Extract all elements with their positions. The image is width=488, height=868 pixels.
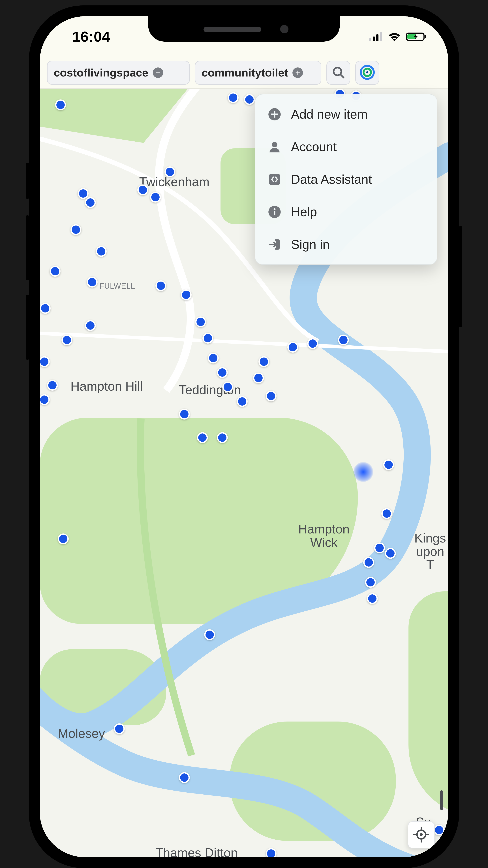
- person-icon: [268, 140, 281, 154]
- map-marker[interactable]: [179, 772, 190, 783]
- map-place-label: HamptonWick: [298, 523, 350, 549]
- map-marker[interactable]: [363, 557, 374, 568]
- map-marker[interactable]: [55, 99, 66, 110]
- svg-rect-5: [425, 35, 426, 38]
- map-marker[interactable]: [137, 184, 148, 195]
- svg-point-11: [366, 71, 368, 73]
- filter-chip-communitytoilet[interactable]: communitytoilet: [195, 61, 321, 85]
- map-marker[interactable]: [156, 280, 166, 291]
- concentric-circles-icon: [359, 65, 375, 81]
- map-marker[interactable]: [96, 246, 107, 257]
- map-marker[interactable]: [197, 432, 208, 443]
- svg-rect-2: [376, 34, 379, 41]
- chip-label: communitytoilet: [201, 66, 288, 79]
- map-marker[interactable]: [70, 224, 81, 235]
- map-place-label: FULWELL: [99, 282, 135, 290]
- search-icon: [331, 65, 346, 80]
- scale-bar: [440, 790, 443, 810]
- volume-up-button: [26, 215, 29, 280]
- svg-point-25: [273, 208, 275, 210]
- map-marker[interactable]: [253, 373, 264, 383]
- menu-item-label: Help: [291, 205, 317, 219]
- app-menu-button[interactable]: [355, 61, 379, 85]
- device-notch: [148, 16, 340, 41]
- search-button[interactable]: [326, 61, 350, 85]
- mute-switch: [26, 163, 29, 199]
- map-marker[interactable]: [374, 542, 385, 553]
- menu-item-add-new-item[interactable]: Add new item: [255, 98, 437, 130]
- svg-point-21: [272, 142, 278, 147]
- map-marker[interactable]: [434, 825, 445, 835]
- map-marker[interactable]: [204, 629, 215, 640]
- map-marker[interactable]: [40, 394, 50, 405]
- sign-in-icon: [268, 238, 281, 251]
- map-marker[interactable]: [266, 848, 276, 857]
- svg-rect-3: [380, 32, 382, 41]
- map-marker[interactable]: [228, 92, 238, 103]
- map-marker[interactable]: [50, 266, 61, 277]
- map-marker[interactable]: [40, 303, 51, 314]
- map-place-label: Hampton Hill: [70, 380, 143, 393]
- map-marker[interactable]: [150, 192, 161, 203]
- filter-chip-costoflivingspace[interactable]: costoflivingspace: [47, 61, 190, 85]
- map-marker[interactable]: [266, 391, 276, 401]
- power-button: [459, 226, 462, 327]
- plus-circle-icon: [292, 67, 303, 78]
- menu-item-data-assistant[interactable]: Data Assistant: [255, 163, 437, 196]
- map-marker[interactable]: [338, 335, 349, 345]
- map-marker[interactable]: [114, 723, 125, 734]
- map-marker[interactable]: [222, 381, 233, 393]
- volume-down-button: [26, 295, 29, 360]
- svg-rect-1: [373, 36, 375, 41]
- map-marker[interactable]: [381, 508, 392, 519]
- menu-item-label: Data Assistant: [291, 172, 372, 187]
- map-marker[interactable]: [47, 380, 58, 391]
- map-place-label: Molesey: [58, 727, 105, 740]
- menu-item-help[interactable]: Help: [255, 196, 437, 228]
- map-marker[interactable]: [258, 356, 269, 367]
- map-marker[interactable]: [164, 166, 175, 177]
- map-marker[interactable]: [385, 548, 396, 559]
- park-area: [409, 591, 448, 817]
- map-place-label: Thames Ditton: [156, 846, 238, 857]
- wifi-icon: [388, 32, 401, 41]
- map-marker[interactable]: [179, 409, 190, 420]
- crosshair-icon: [413, 826, 430, 844]
- map-marker[interactable]: [237, 396, 248, 407]
- map-marker[interactable]: [383, 459, 394, 470]
- chip-label: costoflivingspace: [54, 66, 149, 79]
- map-marker[interactable]: [61, 335, 72, 345]
- park-area: [40, 89, 188, 143]
- map-marker[interactable]: [208, 352, 219, 364]
- status-time: 16:04: [72, 28, 110, 45]
- map-marker[interactable]: [87, 277, 98, 287]
- map-marker[interactable]: [58, 533, 69, 544]
- cellular-signal-icon: [369, 32, 383, 41]
- park-area: [40, 649, 166, 725]
- menu-item-account[interactable]: Account: [255, 130, 437, 163]
- info-circle-icon: [268, 205, 281, 219]
- map-marker[interactable]: [85, 197, 96, 208]
- map-marker[interactable]: [367, 593, 378, 604]
- map-marker[interactable]: [181, 289, 192, 300]
- map-marker[interactable]: [40, 356, 50, 367]
- map-marker[interactable]: [365, 577, 376, 588]
- map-marker[interactable]: [287, 342, 298, 352]
- map-marker[interactable]: [202, 333, 213, 344]
- map-marker[interactable]: [244, 94, 255, 105]
- locate-me-button[interactable]: [408, 822, 435, 848]
- svg-line-8: [340, 74, 344, 78]
- map-marker[interactable]: [217, 367, 228, 378]
- park-area: [230, 721, 396, 841]
- menu-item-sign-in[interactable]: Sign in: [255, 228, 437, 261]
- svg-rect-20: [274, 111, 275, 118]
- map-marker[interactable]: [307, 338, 318, 349]
- toolbar: costoflivingspace communitytoilet: [40, 57, 448, 89]
- map-marker[interactable]: [195, 316, 206, 327]
- map-marker[interactable]: [217, 432, 228, 443]
- plus-circle-icon: [268, 107, 281, 121]
- map-marker[interactable]: [78, 188, 89, 199]
- map-marker[interactable]: [353, 462, 373, 482]
- phone-frame: 16:04 costoflivingspace: [29, 5, 459, 868]
- map-marker[interactable]: [85, 320, 96, 331]
